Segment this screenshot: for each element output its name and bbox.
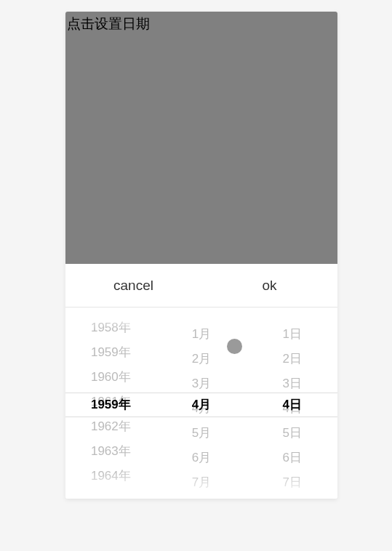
picker-wheels: 1956年 1957年 1958年 1959年 1960年 1961年 1962… (65, 307, 337, 496)
year-option[interactable]: 1959年 (65, 340, 156, 365)
day-wheel[interactable]: 1日 2日 3日 4日 5日 6日 7日 (247, 307, 337, 496)
action-button-row: cancel ok (65, 264, 337, 307)
date-picker-modal: 点击设置日期 cancel ok 1956年 1957年 1958年 1959年… (65, 12, 337, 499)
day-option[interactable]: 5日 (247, 421, 337, 446)
day-option[interactable]: 2日 (247, 347, 337, 371)
loading-dot-icon (227, 339, 242, 354)
cancel-button[interactable]: cancel (65, 264, 201, 307)
year-wheel[interactable]: 1956年 1957年 1958年 1959年 1960年 1961年 1962… (65, 307, 156, 496)
year-option[interactable]: 1958年 (65, 315, 156, 340)
title-label: 点击设置日期 (67, 15, 150, 33)
year-option[interactable]: 1961年 (65, 390, 156, 414)
month-wheel[interactable]: 1月 2月 3月 4月 5月 6月 7月 (156, 307, 247, 496)
year-option[interactable]: 1960年 (65, 365, 156, 390)
day-option[interactable]: 1日 (247, 322, 337, 347)
month-option[interactable]: 4月 (156, 396, 247, 421)
year-option[interactable]: 1964年 (65, 464, 156, 488)
month-option[interactable]: 5月 (156, 421, 247, 446)
ok-button[interactable]: ok (201, 264, 337, 307)
year-option[interactable]: 1957年 (65, 307, 156, 315)
month-option[interactable]: 3月 (156, 371, 247, 396)
day-option[interactable]: 6日 (247, 446, 337, 470)
month-option[interactable]: 7月 (156, 470, 247, 495)
day-option[interactable]: 4日 (247, 396, 337, 421)
modal-backdrop[interactable]: 点击设置日期 (65, 12, 337, 264)
year-option[interactable]: 1963年 (65, 439, 156, 464)
year-option[interactable]: 1962年 (65, 414, 156, 439)
month-option[interactable]: 6月 (156, 446, 247, 470)
day-option[interactable]: 3日 (247, 371, 337, 396)
day-option[interactable]: 7日 (247, 470, 337, 495)
